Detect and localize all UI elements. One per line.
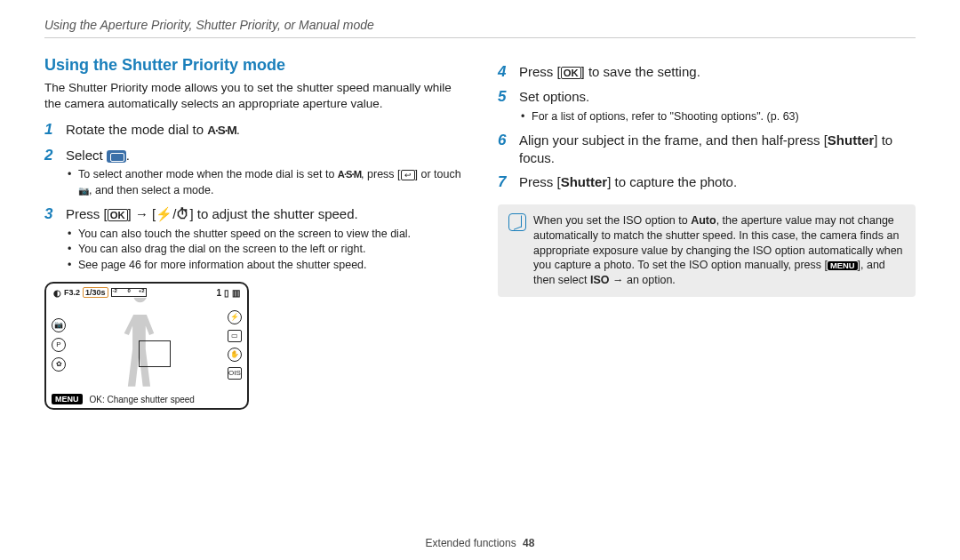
ev-zero: 0 [128, 288, 131, 293]
step-6: 6 Align your subject in the frame, and t… [498, 132, 916, 166]
page-number: 48 [523, 537, 534, 549]
steps-list-right: 4 Press [OK] to save the setting. 5 Set … [498, 63, 916, 192]
step-body: Set options. For a list of options, refe… [519, 88, 916, 124]
size-icon: ▭ [228, 330, 242, 342]
camera-preview: ◐ F3.2 1/30s -2 0 +2 1 ▯ ▥ 📷 [44, 282, 249, 410]
intro-text: The Shutter Priority mode allows you to … [44, 80, 462, 112]
text: → an option. [609, 274, 675, 286]
ev-plus: +2 [139, 288, 145, 293]
preview-viewport: 📷 P ✿ ⚡ ▭ ✋ OIS [52, 298, 242, 391]
text: Align your subject in the frame, and the… [519, 132, 828, 148]
shutter-label: Shutter [828, 132, 875, 148]
steps-list-left: 1 Rotate the mode dial to A·S·M. 2 Selec… [44, 121, 462, 273]
preview-statusbar: ◐ F3.2 1/30s -2 0 +2 1 ▯ ▥ [52, 287, 242, 298]
focus-rect [139, 340, 171, 367]
step-4: 4 Press [OK] to save the setting. [498, 63, 916, 81]
text: [ [148, 206, 156, 221]
substep: You can also touch the shutter speed on … [66, 227, 462, 243]
substeps: For a list of options, refer to "Shootin… [519, 109, 916, 125]
step-body: Select . To select another mode when the… [66, 147, 462, 199]
ok-icon: OK [561, 67, 581, 79]
camera-icon: 📷 [78, 186, 89, 196]
section-title: Using the Shutter Priority mode [44, 56, 462, 75]
step-number: 4 [498, 63, 510, 81]
substep: For a list of options, refer to "Shootin… [519, 109, 916, 125]
right-overlay-icons: ⚡ ▭ ✋ OIS [228, 310, 242, 380]
text: . [236, 122, 240, 137]
step-2: 2 Select . To select another mode when t… [44, 147, 462, 199]
menu-icon: MENU [828, 261, 858, 270]
text: Rotate the mode dial to [66, 122, 207, 137]
text: Press [ [66, 206, 108, 221]
text: To select another mode when the mode dia… [78, 168, 338, 180]
step-number: 5 [498, 88, 510, 124]
flash-mode-icon: ⚡ [228, 310, 242, 324]
auto-label: Auto [691, 214, 716, 227]
step-5: 5 Set options. For a list of options, re… [498, 88, 916, 124]
mode-indicator-icon: ◐ [53, 288, 61, 298]
aperture-value: F3.2 [64, 288, 80, 297]
left-overlay-icons: 📷 P ✿ [52, 318, 66, 372]
overlay-icon: 📷 [52, 318, 66, 332]
step-body: Press [OK] → [⚡/⏱] to adjust the shutter… [66, 205, 462, 273]
ois-icon: OIS [228, 367, 242, 380]
step-number: 1 [44, 121, 57, 139]
asm-icon: A·S·M [207, 123, 236, 139]
ev-minus: -2 [113, 288, 117, 293]
timer-icon: ⏱ [176, 205, 189, 223]
text: ] to adjust the shutter speed. [189, 206, 357, 221]
text: Select [66, 148, 107, 163]
text: Set options. [519, 89, 589, 104]
page-footer: Extended functions 48 [0, 537, 960, 549]
stabilization-icon: ✋ [228, 348, 242, 362]
step-number: 7 [498, 173, 510, 191]
arrow-icon: → [135, 205, 148, 223]
note-icon [508, 213, 526, 231]
subject-silhouette [66, 298, 228, 391]
note-box: When you set the ISO option to Auto, the… [498, 204, 916, 297]
asm-icon: A·S·M [338, 168, 361, 182]
step-1: 1 Rotate the mode dial to A·S·M. [44, 121, 462, 139]
status-right: 1 ▯ ▥ [216, 288, 240, 298]
step-body: Press [Shutter] to capture the photo. [519, 173, 916, 191]
menu-badge: MENU [52, 394, 83, 404]
flash-icon: ⚡ [156, 205, 172, 223]
shutter-value: 1/30s [83, 287, 108, 298]
mode-dial-icon [107, 150, 126, 163]
ok-icon: OK [108, 209, 128, 221]
text: ] to capture the photo. [607, 174, 737, 189]
text: ] to save the setting. [581, 64, 700, 79]
page-header: Using the Aperture Priority, Shutter Pri… [44, 18, 916, 38]
step-body: Align your subject in the frame, and the… [519, 132, 916, 166]
back-icon: ↩ [401, 170, 415, 180]
footer-label: Extended functions [426, 537, 516, 549]
text: ] [128, 206, 135, 221]
status-left: ◐ F3.2 1/30s -2 0 +2 [53, 287, 147, 298]
substep: To select another mode when the mode dia… [66, 167, 462, 198]
text: Press [ [519, 64, 561, 79]
overlay-icon: ✿ [52, 357, 66, 372]
iso-label: ISO [590, 274, 610, 286]
text: , press [ [361, 168, 400, 180]
text: When you set the ISO option to [533, 214, 691, 227]
hint-text: OK: Change shutter speed [90, 395, 195, 404]
substep: See page 46 for more information about t… [66, 258, 462, 274]
note-text: When you set the ISO option to Auto, the… [533, 213, 905, 288]
step-3: 3 Press [OK] → [⚡/⏱] to adjust the shutt… [44, 205, 462, 273]
battery-icon: ▥ [232, 288, 240, 298]
substep: You can also drag the dial on the screen… [66, 242, 462, 258]
text: . [126, 148, 130, 163]
step-number: 2 [44, 147, 57, 199]
shot-count: 1 [216, 288, 221, 298]
step-body: Rotate the mode dial to A·S·M. [66, 121, 462, 139]
substeps: To select another mode when the mode dia… [66, 167, 462, 198]
substeps: You can also touch the shutter speed on … [66, 227, 462, 274]
text: Press [ [519, 174, 561, 189]
step-body: Press [OK] to save the setting. [519, 63, 916, 81]
preview-bottombar: MENU OK: Change shutter speed [52, 391, 242, 404]
step-number: 6 [498, 132, 510, 166]
overlay-icon: P [52, 338, 66, 352]
step-number: 3 [44, 205, 57, 273]
right-column: 4 Press [OK] to save the setting. 5 Set … [498, 56, 916, 410]
text: ] or touch [415, 168, 461, 180]
